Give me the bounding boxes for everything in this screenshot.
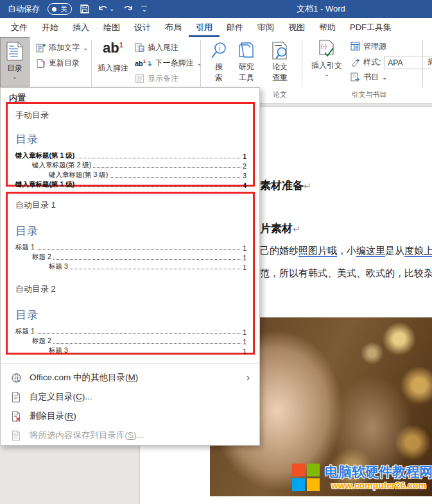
manual-toc-title: 目录 [15, 132, 39, 147]
menu-item-S: 将所选内容保存到目录库(S)... [1, 426, 259, 445]
manage-sources-button[interactable]: 管理源 [350, 41, 386, 52]
watermark-url: www.computer26.com [331, 480, 426, 491]
autosave-label: 自动保存 [8, 4, 40, 15]
show-notes-label: 显示备注 [148, 73, 178, 84]
update-toc-button[interactable]: ! 更新目录 [36, 58, 80, 69]
page-delete-icon [10, 410, 22, 422]
tab-绘图[interactable]: 绘图 [96, 18, 127, 37]
style-label: 样式: [363, 57, 381, 68]
style-dropdown[interactable]: APA ⌄ [384, 56, 432, 69]
tab-视图[interactable]: 视图 [281, 18, 312, 37]
svg-text:!: ! [43, 60, 46, 68]
menu-item-M[interactable]: Office.com 中的其他目录(M)› [1, 368, 259, 387]
manual-toc-name: 手动目录 [15, 110, 49, 121]
insert-endnote-button[interactable]: [i] 插入尾注 [135, 42, 178, 53]
tab-布局[interactable]: 布局 [158, 18, 189, 37]
word-window: 自动保存 关 ⌄ ⌄ 文档1 - Word 文件开始插入绘图设计布局引用邮件审阅… [0, 0, 432, 504]
tab-审阅[interactable]: 审阅 [250, 18, 281, 37]
autosave-toggle[interactable]: 关 [48, 3, 72, 15]
add-text-button[interactable]: 添加文字 ⌄ [36, 42, 88, 53]
watermark: 电脑软硬件教程网 www.computer26.com [292, 464, 432, 491]
undo-dropdown-icon[interactable]: ⌄ [109, 6, 114, 12]
footnote-ab-icon: ab1 [103, 41, 123, 55]
page-save-icon [10, 430, 22, 441]
tab-PDF工具集[interactable]: PDF工具集 [343, 18, 399, 37]
paper-check-label-1: 论文 [272, 62, 288, 72]
doc-paragraph-line: 范，所以有韩式、美式、欧式的，比较杂， [260, 267, 432, 280]
menu-item-C[interactable]: 自定义目录(C)... [1, 387, 259, 407]
next-footnote-button[interactable]: ab1↴ 下一条脚注 ⌄ [135, 58, 202, 69]
bibliography-icon [350, 72, 360, 82]
chevron-down-icon: ⌄ [197, 60, 202, 67]
auto1-name: 自动目录 1 [15, 199, 56, 211]
menu-separator [1, 363, 259, 364]
tab-插入[interactable]: 插入 [65, 18, 96, 37]
toggle-dot-icon [52, 7, 56, 12]
bibliography-button[interactable]: 书目 ⌄ [350, 72, 387, 83]
toc-preview-row: 标题 31 [15, 346, 246, 355]
menu-item-R[interactable]: 删除目录(R) [1, 407, 259, 426]
toc-button-label: 目录 [7, 63, 22, 74]
menu-item-label: Office.com 中的其他目录(M) [30, 372, 138, 383]
auto1-title: 目录 [15, 224, 39, 239]
window-title: 文档1 - Word [297, 0, 345, 18]
research-label-2: 工具 [239, 72, 254, 83]
tab-引用[interactable]: 引用 [189, 18, 220, 37]
search-label-2: 索 [215, 72, 223, 83]
toc-dropdown-menu: 内置 手动目录 目录 键入章标题(第 1 级)1键入章标题(第 2 级)2键入章… [0, 87, 260, 446]
undo-button[interactable]: ⌄ [98, 4, 114, 14]
insert-citation-icon: (-) [318, 40, 335, 59]
toc-preview-row: 标题 11 [15, 326, 246, 336]
svg-text:i: i [219, 45, 220, 52]
autosave-state: 关 [60, 4, 67, 14]
menu-item-label: 将所选内容保存到目录库(S)... [30, 430, 144, 441]
title-bar: 自动保存 关 ⌄ ⌄ 文档1 - Word [0, 0, 432, 18]
insert-citation-button[interactable]: (-) 插入引文 ⌄ [308, 40, 345, 78]
bibliography-label: 书目 [363, 72, 379, 83]
toc-preview-row: 键入章标题(第 3 级)3 [15, 170, 246, 180]
insert-footnote-button[interactable]: ab1 插入脚注 [96, 41, 130, 74]
globe-icon [10, 372, 22, 383]
paragraph-mark: ↵ [304, 181, 311, 191]
chevron-down-icon: ⌄ [83, 45, 88, 51]
ribbon-tab-strip: 文件开始插入绘图设计布局引用邮件审阅视图帮助PDF工具集 [0, 18, 432, 37]
search-icon: i [209, 41, 229, 60]
save-icon[interactable] [80, 4, 90, 14]
group-divider [200, 40, 201, 87]
toc-preview-row: 标题 11 [15, 242, 246, 252]
paper-check-icon [270, 41, 289, 60]
tab-文件[interactable]: 文件 [4, 18, 35, 37]
toc-preview-row: 键入章标题(第 2 级)2 [15, 160, 246, 170]
automatic-toc-gallery-items[interactable]: 自动目录 1 目录 标题 11标题 21标题 31 自动目录 2 目录 标题 1… [6, 192, 255, 355]
auto2-name: 自动目录 2 [15, 283, 56, 295]
toc-button[interactable]: 目录 ⌄ [0, 37, 30, 88]
search-label-1: 搜 [215, 62, 223, 72]
customize-qat-icon[interactable]: ⌄ [141, 6, 147, 13]
tab-设计[interactable]: 设计 [127, 18, 158, 37]
redo-button[interactable] [122, 4, 134, 14]
insert-citation-label: 插入引文 [311, 60, 342, 71]
paper-group-label: 论文 [262, 90, 298, 99]
manual-toc-gallery-item[interactable]: 手动目录 目录 键入章标题(第 1 级)1键入章标题(第 2 级)2键入章标题(… [6, 102, 255, 187]
quick-access-toolbar: 自动保存 关 ⌄ ⌄ [8, 0, 147, 18]
research-tools-button[interactable]: 研究 工具 [234, 41, 259, 83]
group-divider [302, 40, 302, 87]
style-brush-icon [350, 58, 360, 67]
tab-开始[interactable]: 开始 [35, 18, 65, 37]
add-text-label: 添加文字 [49, 42, 80, 53]
tab-邮件[interactable]: 邮件 [220, 18, 250, 37]
style-select: 样式: APA ⌄ [350, 56, 432, 69]
paper-check-button[interactable]: 论文 查重 [263, 41, 297, 83]
update-toc-icon: ! [36, 58, 46, 68]
submenu-arrow-icon: › [246, 372, 250, 383]
doc-heading-1: 素材准备↵ [260, 178, 311, 193]
manual-toc-entries: 键入章标题(第 1 级)1键入章标题(第 2 级)2键入章标题(第 3 级)3键… [15, 151, 246, 189]
smart-search-button[interactable]: i 搜 索 [207, 41, 231, 83]
chevron-down-icon: ⌄ [382, 74, 387, 81]
toc-preview-row: 标题 31 [15, 262, 246, 271]
manage-sources-icon [350, 42, 360, 51]
group-divider [422, 40, 423, 87]
style-value: APA [388, 58, 402, 67]
tab-帮助[interactable]: 帮助 [312, 18, 343, 37]
auto2-title: 目录 [15, 308, 39, 323]
